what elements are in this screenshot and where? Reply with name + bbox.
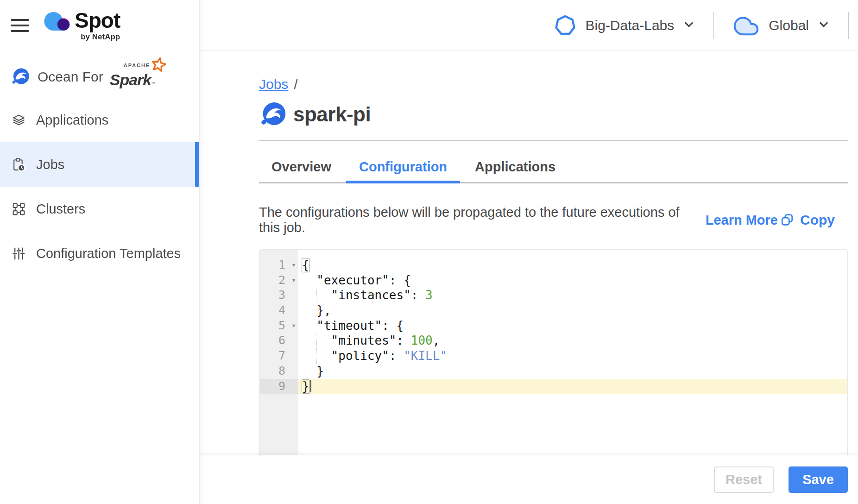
chevron-down-icon <box>818 18 829 33</box>
sliders-icon <box>12 246 26 261</box>
footer-actions: Reset Save <box>200 455 858 504</box>
save-button[interactable]: Save <box>789 466 848 493</box>
code-token: 3 <box>425 288 433 302</box>
org-label: Big-Data-Labs <box>586 18 675 33</box>
sidebar-item-label: Applications <box>36 113 108 128</box>
spot-cloud-icon <box>43 10 71 32</box>
code-line-8[interactable]: } <box>298 364 847 379</box>
page-title: spark-pi <box>293 103 371 126</box>
spark-star-icon <box>149 55 168 76</box>
code-token: "KILL" <box>404 349 447 363</box>
code-token: 100 <box>411 334 433 347</box>
copy-icon <box>781 214 794 227</box>
editor-gutter: 1▾2▾345▾6789 <box>260 250 298 455</box>
spot-wordmark: Spot <box>75 10 120 31</box>
code-token: } <box>302 379 310 394</box>
code-token: "instances": <box>302 288 425 302</box>
code-token: "minutes": <box>302 334 411 347</box>
header-divider <box>713 12 714 39</box>
apache-spark-logo: APACHE Spark™ <box>110 65 156 89</box>
sidebar-item-applications[interactable]: Applications <box>0 98 199 142</box>
code-line-1[interactable]: { <box>298 258 847 273</box>
region-label: Global <box>769 18 809 33</box>
breadcrumb: Jobs/ <box>259 76 848 92</box>
editor-line-number: 4 <box>260 303 298 318</box>
top-header: Big-Data-Labs Global <box>200 0 858 51</box>
chevron-down-icon <box>683 18 694 33</box>
editor-line-number: 9 <box>260 379 298 394</box>
copy-label: Copy <box>800 212 835 228</box>
code-token: "executor": { <box>302 273 411 287</box>
sidebar-nav: ApplicationsJobsClustersConfiguration Te… <box>0 98 199 276</box>
title-divider <box>259 140 848 141</box>
heptagon-icon <box>554 14 576 37</box>
code-token: "policy": <box>302 349 404 363</box>
breadcrumb-separator: / <box>294 76 297 92</box>
code-line-4[interactable]: }, <box>298 303 847 318</box>
code-token: { <box>302 258 310 272</box>
editor-line-number: 2▾ <box>260 273 298 288</box>
product-ocean-for-spark[interactable]: Ocean For APACHE Spark™ <box>0 64 199 90</box>
spot-byline: by NetApp <box>81 32 120 42</box>
code-token: "timeout": { <box>302 319 404 333</box>
apache-label: APACHE <box>124 63 151 68</box>
right-pane: Big-Data-Labs Global Jobs/ <box>200 0 858 504</box>
tab-applications[interactable]: Applications <box>475 156 555 183</box>
sidebar-item-configuration-templates[interactable]: Configuration Templates <box>0 231 199 276</box>
fold-arrow-icon[interactable]: ▾ <box>291 273 296 288</box>
tab-overview[interactable]: Overview <box>271 156 331 183</box>
tab-configuration[interactable]: Configuration <box>359 156 447 183</box>
editor-line-number: 7 <box>260 348 298 364</box>
layers-icon <box>12 113 26 127</box>
editor-line-number: 5▾ <box>260 318 298 334</box>
editor-line-number: 3 <box>260 288 298 303</box>
sidebar-header: Spot by NetApp <box>0 0 199 51</box>
breadcrumb-jobs-link[interactable]: Jobs <box>259 76 288 92</box>
description-text: The configurations below will be propaga… <box>259 205 691 235</box>
tabs: OverviewConfigurationApplications <box>259 156 848 183</box>
sidebar: Spot by NetApp Ocean For APACHE Spark™ A… <box>0 0 200 504</box>
region-switcher[interactable]: Global <box>730 14 832 37</box>
fold-arrow-icon[interactable]: ▾ <box>291 258 296 273</box>
hamburger-menu-icon[interactable] <box>11 15 29 36</box>
code-line-3[interactable]: "instances": 3 <box>298 288 847 303</box>
org-switcher[interactable]: Big-Data-Labs <box>551 14 698 37</box>
job-ocean-icon <box>259 101 286 128</box>
title-row: spark-pi <box>259 101 848 128</box>
code-line-2[interactable]: "executor": { <box>298 273 847 288</box>
sidebar-item-jobs[interactable]: Jobs <box>0 142 199 187</box>
config-editor[interactable]: 1▾2▾345▾6789 { "executor": { "instances"… <box>259 249 848 455</box>
editor-line-number: 8 <box>260 364 298 379</box>
code-token: , <box>433 334 440 347</box>
spark-wordmark: Spark <box>110 71 151 88</box>
spark-trademark: ™ <box>151 82 155 86</box>
cloud-icon <box>733 15 759 36</box>
header-divider <box>848 12 849 39</box>
reset-button[interactable]: Reset <box>714 466 774 493</box>
code-line-9[interactable]: } <box>298 379 847 394</box>
clipboard-clock-icon <box>12 158 26 172</box>
sidebar-item-clusters[interactable]: Clusters <box>0 187 199 231</box>
code-line-5[interactable]: "timeout": { <box>298 318 847 334</box>
sidebar-item-label: Configuration Templates <box>36 246 181 261</box>
editor-code[interactable]: { "executor": { "instances": 3 }, "timeo… <box>298 250 847 455</box>
product-label: Ocean For <box>38 69 103 85</box>
code-token: }, <box>302 303 331 317</box>
code-line-7[interactable]: "policy": "KILL" <box>298 348 847 364</box>
spot-logo: Spot by NetApp <box>43 10 120 42</box>
editor-line-number: 1▾ <box>260 258 298 273</box>
code-line-6[interactable]: "minutes": 100, <box>298 333 847 348</box>
fold-arrow-icon[interactable]: ▾ <box>291 318 296 334</box>
ocean-wave-icon <box>11 68 30 87</box>
copy-button[interactable]: Copy <box>778 212 838 228</box>
main-content: Jobs/ spark-pi OverviewConfigurationAppl… <box>200 51 858 455</box>
text-cursor <box>310 380 312 392</box>
indent-guide <box>316 348 317 364</box>
code-token: } <box>302 364 324 378</box>
indent-guide <box>316 333 317 348</box>
learn-more-link[interactable]: Learn More <box>706 213 778 228</box>
sidebar-item-label: Clusters <box>36 202 85 217</box>
description-row: The configurations below will be propaga… <box>259 205 848 235</box>
indent-guide <box>316 288 317 303</box>
editor-line-number: 6 <box>260 333 298 348</box>
